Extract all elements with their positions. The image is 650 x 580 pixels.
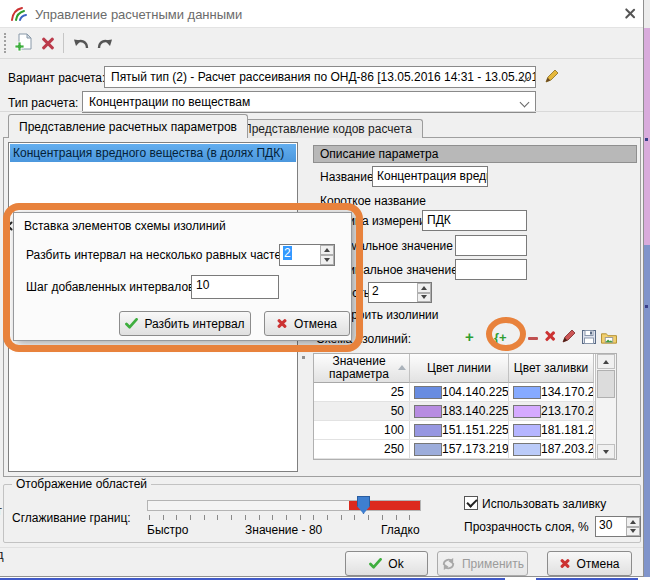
column-header-fill-color[interactable]: Цвет заливки (509, 354, 594, 383)
value-cell[interactable]: 100 (314, 421, 410, 439)
add-record-button[interactable] (10, 32, 34, 54)
type-label: Тип расчета: (8, 96, 78, 110)
check-icon (369, 558, 382, 569)
modal-cancel-label: Отмена (294, 317, 337, 331)
short-name-label: Короткое название (320, 194, 426, 208)
arrow-down-icon (421, 295, 427, 299)
split-count-spinner[interactable]: 2 (279, 244, 335, 266)
load-schema-button[interactable] (600, 331, 618, 348)
step-input[interactable]: 10 (191, 275, 279, 299)
spin-up-button[interactable] (626, 517, 640, 527)
clear-intervals-button[interactable] (544, 330, 556, 342)
color-swatch (513, 424, 541, 437)
color-rgb-text: 151.151.225 (442, 423, 509, 437)
variant-value: Пятый тип (2) - Расчет рассеивания по ОН… (111, 70, 536, 84)
background-text-fragment: д (0, 547, 4, 562)
arrow-up-icon (421, 286, 427, 290)
toolbar-grip[interactable] (4, 33, 6, 53)
fill-color-cell[interactable]: 213.170.2 (509, 402, 594, 420)
vertical-scrollbar[interactable] (595, 354, 616, 459)
precision-spinner[interactable]: 2 (368, 282, 432, 303)
variant-label: Вариант расчета: (8, 71, 105, 85)
scroll-up-button[interactable] (597, 354, 615, 369)
value-cell[interactable]: 50 (314, 402, 410, 420)
tab-calc-codes[interactable]: Представление кодов расчета (232, 119, 423, 138)
add-interval-button[interactable]: + (465, 328, 474, 345)
insert-interval-button[interactable]: {+ (494, 330, 507, 345)
color-rgb-text: 134.170.2 (541, 385, 594, 399)
isoline-table-body: 25104.140.225134.170.250183.140.225213.1… (314, 383, 616, 459)
spin-down-button[interactable] (626, 527, 640, 537)
value-cell[interactable]: 25 (314, 383, 410, 401)
remove-interval-button[interactable] (528, 337, 538, 340)
variant-select[interactable]: Пятый тип (2) - Расчет рассеивания по ОН… (104, 66, 536, 88)
apply-button[interactable]: Применить (437, 551, 528, 576)
split-count-value: 2 (280, 245, 320, 265)
panel-splitter[interactable] (302, 345, 305, 348)
fill-color-cell[interactable]: 187.203.2 (509, 440, 594, 458)
use-fill-checkbox[interactable] (464, 496, 478, 510)
isoline-table-row[interactable]: 50183.140.225213.170.2 (314, 402, 616, 421)
spin-down-button[interactable] (417, 293, 431, 303)
ok-button[interactable]: Ok (345, 551, 428, 576)
list-item-selected[interactable]: Концентрация вредного вещества (в долях … (10, 144, 296, 162)
delete-record-button[interactable] (37, 33, 59, 53)
isoline-table-row[interactable]: 100151.151.225181.181.2 (314, 421, 616, 440)
unit-input[interactable]: ПДК (422, 210, 527, 231)
window-title: Управление расчетными данными (35, 7, 242, 22)
background-map-mark (645, 305, 648, 308)
color-rgb-text: 181.181.2 (541, 423, 594, 437)
line-color-cell[interactable]: 104.140.225 (410, 383, 509, 401)
red-x-icon (559, 558, 570, 569)
window-close-icon[interactable] (623, 7, 636, 20)
line-color-cell[interactable]: 157.173.219 (410, 440, 509, 458)
color-swatch (414, 386, 442, 399)
cancel-button[interactable]: Отмена (547, 551, 632, 576)
tab-label: Представление кодов расчета (243, 122, 412, 136)
titlebar[interactable]: Управление расчетными данными (0, 0, 643, 28)
opacity-spinner[interactable]: 30 (595, 516, 641, 537)
split-interval-button[interactable]: Разбить интервал (119, 311, 251, 336)
modal-close-icon[interactable] (2, 220, 14, 232)
max-value-input[interactable] (455, 259, 527, 280)
spin-up-button[interactable] (320, 245, 334, 255)
open-folder-icon (600, 331, 618, 345)
opacity-value: 30 (596, 517, 626, 536)
min-value-input[interactable] (455, 235, 527, 256)
scroll-down-button[interactable] (597, 444, 615, 459)
name-input[interactable]: Концентрация вредн (372, 166, 488, 187)
fill-color-cell[interactable]: 181.181.2 (509, 421, 594, 439)
fill-color-cell[interactable]: 134.170.2 (509, 383, 594, 401)
edit-color-button[interactable] (562, 329, 576, 346)
spin-up-button[interactable] (417, 283, 431, 293)
panel-splitter[interactable] (302, 356, 305, 359)
isoline-table-header: Значение параметра Цвет линии Цвет залив… (314, 354, 616, 383)
apply-label: Применить (462, 557, 524, 571)
save-schema-button[interactable] (581, 329, 597, 348)
isoline-table: Значение параметра Цвет линии Цвет залив… (313, 353, 617, 460)
arrow-up-icon (603, 360, 609, 364)
check-icon (125, 318, 138, 329)
type-select[interactable]: Концентрации по веществам (82, 91, 536, 113)
column-header-value[interactable]: Значение параметра (314, 354, 410, 383)
undo-icon (72, 36, 90, 50)
step-label: Шаг добавленных интервалов: (26, 280, 198, 294)
line-color-cell[interactable]: 183.140.225 (410, 402, 509, 420)
undo-button[interactable] (70, 35, 92, 51)
modal-cancel-button[interactable]: Отмена (264, 311, 350, 336)
column-header-line-color[interactable]: Цвет линии (410, 354, 509, 383)
isoline-table-row[interactable]: 25104.140.225134.170.2 (314, 383, 616, 402)
edit-variant-button[interactable] (545, 69, 559, 86)
isoline-table-row[interactable]: 250157.173.219187.203.2 (314, 440, 616, 459)
main-toolbar (0, 28, 643, 59)
redo-icon (96, 36, 114, 50)
tab-calc-parameters[interactable]: Представление расчетных параметров (8, 114, 248, 138)
spin-down-button[interactable] (320, 255, 334, 265)
line-color-cell[interactable]: 151.151.225 (410, 421, 509, 439)
red-x-icon (277, 318, 288, 329)
redo-button[interactable] (94, 35, 116, 51)
color-swatch (513, 405, 541, 418)
scrollbar-thumb[interactable] (597, 370, 615, 398)
sort-ascending-icon (398, 365, 406, 370)
value-cell[interactable]: 250 (314, 440, 410, 458)
